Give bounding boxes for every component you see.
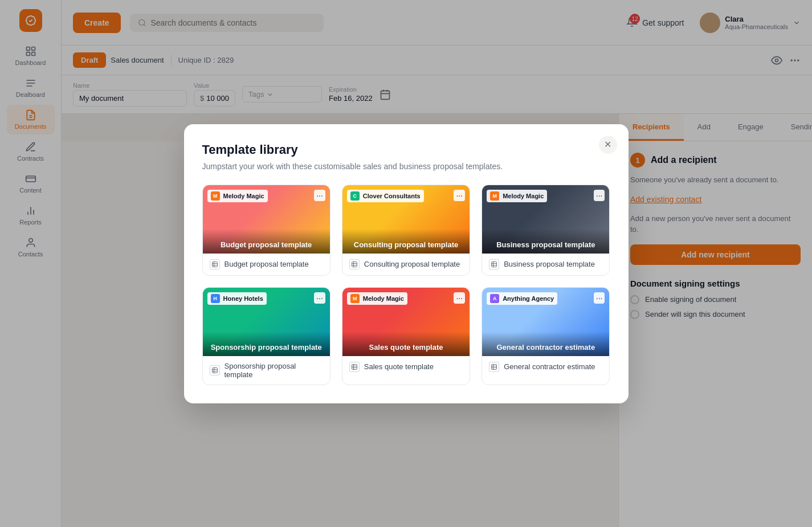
template-overlay-text-1: Consulting proposal template (342, 229, 470, 254)
template-thumb-1: C Clover Consultants ··· Consulting prop… (342, 185, 470, 254)
template-name-0: Budget proposal template (225, 260, 309, 268)
template-card-5[interactable]: A Anything Agency ··· General contractor… (482, 287, 610, 385)
svg-rect-21 (212, 262, 217, 267)
template-thumb-3: H Honey Hotels ··· Sponsorship proposal … (203, 288, 330, 356)
template-overlay-text-5: General contractor estimate (482, 332, 609, 356)
template-card-1[interactable]: C Clover Consultants ··· Consulting prop… (342, 185, 470, 276)
template-thumb-0: M Melody Magic ··· Budget proposal templ… (203, 185, 330, 254)
template-footer-4: Sales quote template (342, 356, 470, 378)
template-name-1: Consulting proposal template (364, 260, 460, 268)
template-table-icon-0 (210, 259, 220, 269)
template-table-icon-1 (349, 259, 360, 269)
template-brand-4: M Melody Magic (347, 292, 407, 305)
template-table-icon-2 (489, 259, 499, 269)
template-footer-3: Sponsorship proposal template (203, 356, 330, 385)
template-brand-2: M Melody Magic (487, 190, 547, 202)
template-brand-5: A Anything Agency (487, 292, 557, 305)
template-dots-3[interactable]: ··· (314, 292, 325, 304)
template-card-3[interactable]: H Honey Hotels ··· Sponsorship proposal … (202, 287, 330, 385)
template-card-2[interactable]: M Melody Magic ··· Business proposal tem… (482, 185, 610, 276)
template-dots-4[interactable]: ··· (454, 292, 465, 304)
template-name-4: Sales quote template (364, 362, 434, 371)
brand-name-4: Melody Magic (363, 295, 404, 302)
template-footer-5: General contractor estimate (482, 356, 609, 378)
template-thumb-2: M Melody Magic ··· Business proposal tem… (482, 185, 609, 254)
brand-name-5: Anything Agency (503, 295, 554, 302)
template-table-icon-5 (489, 362, 499, 372)
template-dots-1[interactable]: ··· (454, 190, 465, 201)
brand-name-3: Honey Hotels (223, 295, 263, 302)
brand-logo-4: M (350, 294, 360, 303)
template-brand-3: H Honey Hotels (207, 292, 267, 305)
brand-logo-1: C (350, 191, 360, 201)
modal-title: Template library (202, 142, 610, 157)
svg-rect-29 (492, 262, 497, 267)
template-overlay-text-3: Sponsorship proposal template (203, 332, 330, 356)
template-overlay-text-4: Sales quote template (342, 332, 470, 356)
modal-subtitle: Jumpstart your work with these customisa… (202, 162, 610, 171)
brand-name-0: Melody Magic (223, 193, 264, 199)
template-dots-0[interactable]: ··· (314, 190, 325, 201)
template-overlay-text-0: Budget proposal template (203, 229, 330, 254)
svg-rect-41 (492, 364, 497, 369)
brand-logo-0: M (211, 191, 220, 201)
template-overlay-text-2: Business proposal template (482, 229, 609, 254)
svg-rect-25 (352, 262, 357, 267)
modal-close-button[interactable]: ✕ (599, 136, 617, 154)
brand-name-2: Melody Magic (503, 193, 544, 199)
template-library-modal: Template library Jumpstart your work wit… (184, 124, 629, 403)
template-thumb-5: A Anything Agency ··· General contractor… (482, 288, 609, 356)
template-table-icon-4 (349, 362, 360, 372)
template-dots-5[interactable]: ··· (594, 292, 605, 304)
svg-rect-37 (352, 364, 357, 369)
template-name-3: Sponsorship proposal template (225, 362, 323, 379)
brand-name-1: Clover Consultants (363, 193, 421, 199)
modal-overlay[interactable]: Template library Jumpstart your work wit… (0, 0, 812, 527)
template-grid: M Melody Magic ··· Budget proposal templ… (202, 185, 610, 385)
brand-logo-2: M (490, 191, 499, 201)
template-card-4[interactable]: M Melody Magic ··· Sales quote template … (342, 287, 470, 385)
brand-logo-5: A (490, 294, 499, 303)
template-name-2: Business proposal template (504, 260, 595, 268)
template-thumb-4: M Melody Magic ··· Sales quote template (342, 288, 470, 356)
template-brand-1: C Clover Consultants (347, 190, 424, 202)
brand-logo-3: H (211, 294, 220, 303)
template-brand-0: M Melody Magic (207, 190, 268, 202)
template-name-5: General contractor estimate (504, 362, 595, 371)
template-table-icon-3 (210, 365, 220, 375)
template-dots-2[interactable]: ··· (594, 190, 605, 201)
svg-rect-33 (212, 367, 217, 373)
template-footer-1: Consulting proposal template (342, 254, 470, 275)
template-card-0[interactable]: M Melody Magic ··· Budget proposal templ… (202, 185, 330, 276)
template-footer-0: Budget proposal template (203, 254, 330, 275)
template-footer-2: Business proposal template (482, 254, 609, 275)
